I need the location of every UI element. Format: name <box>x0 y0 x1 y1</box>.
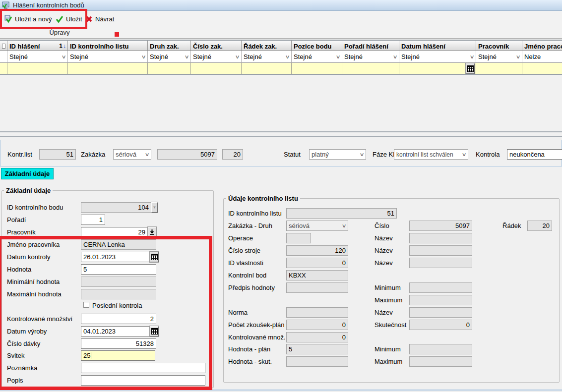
poradi-field[interactable]: 1 <box>81 215 105 225</box>
field-label: Zakázka - Druh <box>228 222 272 229</box>
chevron-down-icon: ∨ <box>335 55 340 59</box>
grid-column-header[interactable]: Číslo zak. <box>191 41 242 51</box>
field-label: Předpis hodnoty <box>228 284 275 291</box>
grid-cell[interactable] <box>242 63 292 74</box>
posledni-kontrola-label: Poslední kontrola <box>92 302 142 309</box>
radek-field: 20 <box>527 221 552 231</box>
red-x-icon <box>85 15 93 23</box>
field-label: Řádek <box>502 222 521 229</box>
grid-column-header[interactable]: Datum hlášení <box>399 41 476 51</box>
grid-column-header[interactable]: ID kontrolního listu <box>68 41 148 51</box>
select-all-header-cell[interactable] <box>0 41 7 51</box>
grid-filter-dropdown[interactable]: Stejné∨ <box>191 51 242 63</box>
separator <box>0 136 562 137</box>
lookup-button[interactable] <box>148 227 156 237</box>
grid-column-header[interactable]: Druh zak. <box>148 41 191 51</box>
grid-cell-date[interactable] <box>399 63 476 74</box>
grid-column-header[interactable]: Jméno pracovníka <box>522 41 562 51</box>
tab-zakladni-udaje[interactable]: Základní údaje <box>1 168 54 179</box>
record-header-panel: Kontr.list 51 Zakázka sériová∨ 5097 20 S… <box>0 140 562 167</box>
field-label: Datum výroby <box>7 328 47 335</box>
grid-cell[interactable] <box>292 63 342 74</box>
back-button[interactable]: Návrat <box>83 13 116 25</box>
grid-cell[interactable] <box>191 63 242 74</box>
save-button[interactable]: Uložit <box>54 13 84 25</box>
zakazka-druh-readonly-dropdown: sériová∨ <box>286 221 348 231</box>
grid-cell[interactable] <box>68 63 148 74</box>
grid-filter-dropdown[interactable]: Nelze <box>522 51 562 63</box>
grid-filter-dropdown[interactable]: Stejné∨ <box>399 51 476 63</box>
grid-cell[interactable] <box>476 63 522 74</box>
grid-cell[interactable] <box>0 63 7 74</box>
grid-column-header[interactable]: Pořadí hlášení <box>342 41 399 51</box>
kontrola-value: neukončena <box>507 149 562 160</box>
field-label: Popis <box>7 377 23 384</box>
skutecnost-field: 0 <box>409 320 472 330</box>
poznamka-field[interactable] <box>81 363 205 373</box>
datum-kontroly-field[interactable]: 26.01.2023 <box>81 252 150 262</box>
grid-cell[interactable] <box>7 63 68 74</box>
zakazka-druh-dropdown[interactable]: sériová∨ <box>113 149 151 160</box>
save-check-icon <box>56 15 63 23</box>
cislo-davky-field[interactable]: 51328 <box>81 338 156 349</box>
maximum-field <box>409 295 472 305</box>
grid-filter-dropdown[interactable]: Stejné∨ <box>242 51 292 63</box>
field-label: Operace <box>228 234 253 242</box>
pracovnik-field[interactable]: 29 <box>81 227 148 237</box>
faze-kl-dropdown[interactable]: kontrolní list schválen∨ <box>394 149 468 160</box>
chevron-down-icon: ∨ <box>285 55 290 59</box>
field-label: Pořadí <box>7 216 26 224</box>
field-label: Název <box>375 234 393 242</box>
save-and-new-button[interactable]: Uložit a nový <box>2 13 54 25</box>
chevron-down-icon: ∨ <box>235 55 240 59</box>
faze-kl-label: Fáze KL <box>373 151 396 158</box>
calendar-button[interactable] <box>466 63 475 74</box>
grid-filter-dropdown[interactable]: Stejné∨ <box>68 51 148 63</box>
grid-filter-dropdown[interactable]: Stejné∨ <box>292 51 342 63</box>
pocet-zkousek-field: 0 <box>286 320 348 330</box>
field-label: Jméno pracovníka <box>7 241 60 248</box>
grid-cell[interactable] <box>342 63 399 74</box>
hodnota-plan-field: 5 <box>286 344 348 354</box>
grid-header-row: ID hlášení 1 ↓ ID kontrolního listu Druh… <box>0 41 562 51</box>
maximum-field <box>409 356 472 367</box>
maximalni-hodnota-field <box>81 289 156 299</box>
kontrolovane-mnozstvi-field[interactable]: 2 <box>81 314 156 324</box>
field-label: Kontrolované množství <box>7 315 72 323</box>
field-label: ID vlastnosti <box>228 259 263 267</box>
jmeno-pracovnika-field: CERNA Lenka <box>81 239 156 250</box>
popis-field[interactable] <box>81 375 205 386</box>
calendar-button[interactable] <box>150 326 159 336</box>
toolbar: Uložit a nový Uložit Návrat Úpravy <box>0 11 562 39</box>
grid-filter-dropdown[interactable]: Stejné∨ <box>148 51 191 63</box>
grid-filter-dropdown[interactable]: Stejné∨ <box>342 51 399 63</box>
minimalni-hodnota-field <box>81 277 156 287</box>
kontrola-label: Kontrola <box>476 151 500 158</box>
svitek-field-focused[interactable]: 25 <box>81 350 155 361</box>
calendar-button[interactable] <box>150 252 159 262</box>
minimum-field <box>409 282 472 293</box>
text-caret <box>91 352 91 359</box>
posledni-kontrola-checkbox[interactable] <box>83 302 89 308</box>
grid-column-header[interactable]: Řádek zak. <box>242 41 292 51</box>
grid-filter-dropdown[interactable]: Stejné∨ <box>476 51 522 63</box>
window-monitor-icon <box>2 1 10 9</box>
field-label: Maximum <box>375 358 402 365</box>
grid-column-header[interactable]: Pozice bodu <box>292 41 342 51</box>
grid-filter-dropdown[interactable]: Stejné∨ <box>7 51 68 63</box>
id-vlastnosti-field: 0 <box>286 258 348 268</box>
hodnota-field[interactable]: 5 <box>81 264 156 275</box>
sort-indicator: 1 ↓ <box>59 43 66 50</box>
statut-dropdown[interactable]: platný∨ <box>309 149 366 160</box>
grid-column-header[interactable]: Pracovník <box>476 41 522 51</box>
field-label: Název <box>375 247 393 254</box>
window-title: Hlášení kontrolních bodů <box>13 1 84 9</box>
field-label: Datum kontroly <box>7 253 50 261</box>
select-all-checkbox[interactable] <box>2 44 5 49</box>
grid-new-row <box>0 63 562 74</box>
datum-vyroby-field[interactable]: 04.01.2023 <box>81 326 150 336</box>
grid-column-header[interactable]: ID hlášení 1 ↓ <box>7 41 68 51</box>
field-label: Název <box>375 259 393 267</box>
grid-cell[interactable] <box>148 63 191 74</box>
grid-cell[interactable] <box>522 63 562 74</box>
